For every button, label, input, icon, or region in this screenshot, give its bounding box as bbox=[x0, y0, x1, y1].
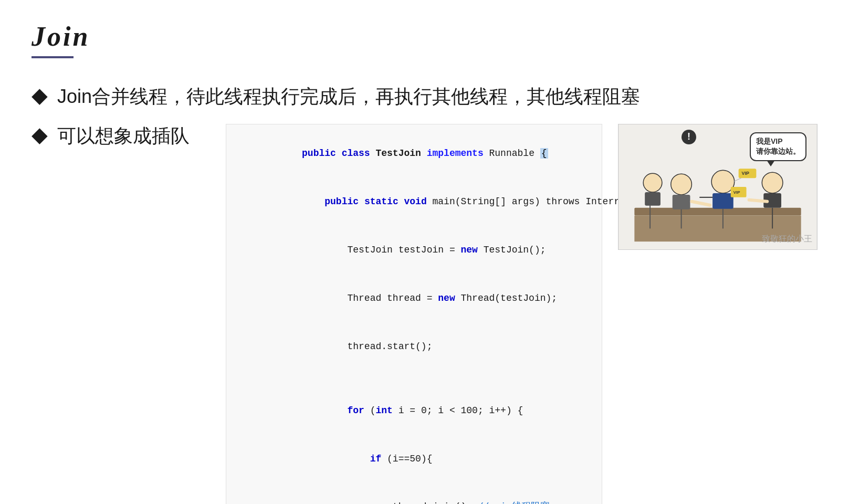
code-line-6 bbox=[226, 371, 602, 387]
code-content-7: for (int i = 0; i < 100; i++) { bbox=[245, 386, 593, 435]
svg-line-11 bbox=[749, 200, 768, 202]
speech-line2: 请你靠边站。 bbox=[756, 147, 800, 155]
code-content-1: public class TestJoin implements Runnabl… bbox=[245, 130, 593, 178]
code-line-7: for (int i = 0; i < 100; i++) { bbox=[226, 386, 602, 435]
cartoon-image: 我是VIP 请你靠边站。 ! bbox=[618, 124, 817, 250]
code-line-1: public class TestJoin implements Runnabl… bbox=[226, 130, 602, 178]
code-line-9: thread.join(); //main线程阻塞 bbox=[226, 483, 602, 504]
bullet-item-2: ◆ 可以想象成插队 bbox=[32, 124, 210, 149]
code-content-4: Thread thread = new Thread(testJoin); bbox=[245, 274, 593, 322]
code-line-4: Thread thread = new Thread(testJoin); bbox=[226, 274, 602, 322]
code-content-5: thread.start(); bbox=[245, 322, 593, 371]
code-block: public class TestJoin implements Runnabl… bbox=[226, 124, 602, 504]
image-section: 我是VIP 请你靠边站。 ! bbox=[618, 124, 817, 250]
title-underline bbox=[32, 56, 74, 58]
bullet-diamond-1: ◆ bbox=[32, 85, 48, 106]
code-line-8: if (i==50){ bbox=[226, 435, 602, 483]
svg-rect-4 bbox=[712, 193, 733, 209]
code-content-3: TestJoin testJoin = new TestJoin(); bbox=[245, 226, 593, 274]
code-content-6 bbox=[245, 371, 593, 387]
code-content-8: if (i==50){ bbox=[245, 435, 593, 483]
svg-text:VIP: VIP bbox=[733, 190, 740, 195]
svg-point-13 bbox=[643, 173, 662, 192]
speech-line1: 我是VIP bbox=[756, 137, 783, 145]
bullet-item-1: ◆ Join合并线程，待此线程执行完成后，再执行其他线程，其他线程阻塞 bbox=[32, 85, 817, 109]
svg-point-7 bbox=[671, 174, 692, 195]
page-container: Join ◆ Join合并线程，待此线程执行完成后，再执行其他线程，其他线程阻塞… bbox=[0, 0, 849, 504]
bottom-watermark: 致敬狂的小王 bbox=[762, 234, 812, 245]
speech-bubble: 我是VIP 请你靠边站。 bbox=[750, 132, 806, 161]
bullet-text-1: Join合并线程，待此线程执行完成后，再执行其他线程，其他线程阻塞 bbox=[57, 85, 640, 109]
bullet-diamond-2: ◆ bbox=[32, 124, 48, 145]
code-line-3: TestJoin testJoin = new TestJoin(); bbox=[226, 226, 602, 274]
content-row: ◆ 可以想象成插队 public class TestJoin implemen… bbox=[32, 124, 817, 504]
page-title: Join bbox=[32, 21, 817, 52]
svg-text:VIP: VIP bbox=[742, 171, 749, 176]
svg-rect-14 bbox=[645, 192, 661, 206]
svg-rect-1 bbox=[634, 207, 801, 215]
bullet-text-2: 可以想象成插队 bbox=[57, 124, 190, 149]
exclaim-badge: ! bbox=[682, 130, 696, 144]
code-content-9: thread.join(); //main线程阻塞 bbox=[245, 483, 593, 504]
code-line-5: thread.start(); bbox=[226, 322, 602, 371]
code-line-2: public static void main(String[] args) t… bbox=[226, 178, 602, 226]
svg-rect-8 bbox=[673, 195, 690, 209]
svg-point-9 bbox=[762, 172, 783, 193]
